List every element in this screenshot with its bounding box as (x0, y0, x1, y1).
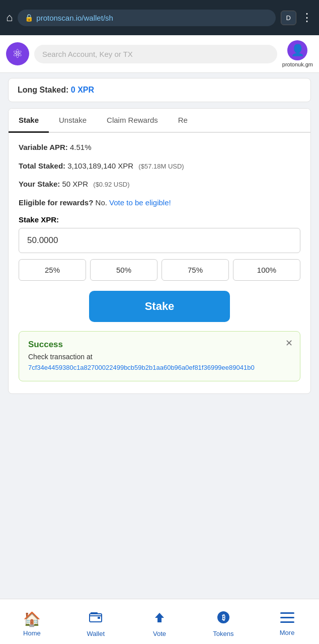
stake-button[interactable]: Stake (89, 291, 230, 322)
search-input[interactable]: Search Account, Key or TX (34, 45, 277, 63)
total-staked-row: Total Staked: 3,103,189,140 XPR ($57.18M… (19, 160, 300, 172)
svg-rect-2 (91, 612, 98, 614)
tab-content: Variable APR: 4.51% Total Staked: 3,103,… (9, 133, 310, 393)
percent-row: 25% 50% 75% 100% (19, 259, 300, 281)
your-stake-row: Your Stake: 50 XPR ($0.92 USD) (19, 179, 300, 190)
stake-xpr-input[interactable] (19, 228, 300, 253)
svg-rect-7 (280, 621, 294, 623)
more-icon (280, 611, 294, 627)
tokens-icon: ₿ (216, 610, 230, 628)
percent-50-button[interactable]: 50% (90, 259, 157, 281)
success-box: ✕ Success Check transaction at 7cf34e445… (19, 331, 300, 381)
nav-home-label: Home (23, 629, 41, 637)
percent-75-button[interactable]: 75% (162, 259, 229, 281)
stake-xpr-label: Stake XPR: (19, 215, 300, 224)
long-staked-value: 0 XPR (71, 86, 94, 94)
stake-button-wrap: Stake (19, 291, 300, 322)
username-label: protonuk.gm (282, 61, 313, 67)
success-tx-hash[interactable]: 7cf34e4459380c1a82700022499bcb59b2b1aa60… (28, 363, 291, 373)
eligible-row: Eligible for rewards? No. Vote to be eli… (19, 197, 300, 209)
variable-apr-row: Variable APR: 4.51% (19, 142, 300, 153)
url-text: protonscan.io/wallet/sh (36, 14, 113, 22)
user-avatar: 👤 (287, 40, 307, 60)
nav-more[interactable]: More (255, 599, 319, 644)
stake-card: Stake Unstake Claim Rewards Re Variable … (8, 108, 311, 394)
success-title: Success (28, 340, 291, 350)
tab-unstake[interactable]: Unstake (49, 109, 97, 133)
tab-switcher-button[interactable]: D (281, 11, 296, 25)
tab-claim-rewards[interactable]: Claim Rewards (97, 109, 168, 133)
tab-header: Stake Unstake Claim Rewards Re (9, 109, 310, 133)
search-bar-area: ⚛ Search Account, Key or TX 👤 protonuk.g… (0, 35, 319, 73)
vote-icon (152, 610, 167, 628)
browser-home-icon[interactable]: ⌂ (6, 11, 13, 24)
nav-vote-label: Vote (153, 630, 166, 637)
svg-rect-5 (280, 612, 294, 614)
success-check-text: Check transaction at (28, 353, 291, 361)
lock-icon: 🔒 (25, 14, 33, 22)
browser-chrome: ⌂ 🔒 protonscan.io/wallet/sh D ⋮ (0, 0, 319, 35)
svg-rect-1 (98, 617, 100, 619)
tab-re[interactable]: Re (168, 109, 198, 133)
browser-url-bar[interactable]: 🔒 protonscan.io/wallet/sh (18, 10, 275, 26)
long-staked-label: Long Staked: (18, 86, 68, 94)
success-close-button[interactable]: ✕ (285, 338, 293, 349)
percent-25-button[interactable]: 25% (19, 259, 86, 281)
proton-logo: ⚛ (6, 42, 29, 65)
nav-tokens[interactable]: ₿ Tokens (191, 599, 255, 644)
bottom-nav: 🏠 Home Wallet Vote ₿ Tokens (0, 599, 319, 644)
svg-text:₿: ₿ (221, 613, 225, 621)
tab-stake[interactable]: Stake (9, 109, 49, 133)
browser-more-icon[interactable]: ⋮ (301, 11, 313, 24)
nav-vote[interactable]: Vote (128, 599, 192, 644)
long-staked-banner: Long Staked: 0 XPR (8, 78, 311, 102)
user-avatar-wrap[interactable]: 👤 protonuk.gm (282, 40, 313, 67)
nav-more-label: More (280, 629, 295, 636)
vote-link[interactable]: Vote to be eligible! (109, 198, 171, 207)
home-icon: 🏠 (23, 611, 41, 627)
nav-wallet[interactable]: Wallet (64, 599, 128, 644)
nav-tokens-label: Tokens (213, 630, 233, 637)
nav-home[interactable]: 🏠 Home (0, 599, 64, 644)
nav-wallet-label: Wallet (87, 630, 105, 637)
svg-rect-6 (280, 617, 294, 618)
wallet-icon (89, 610, 103, 628)
percent-100-button[interactable]: 100% (233, 259, 300, 281)
